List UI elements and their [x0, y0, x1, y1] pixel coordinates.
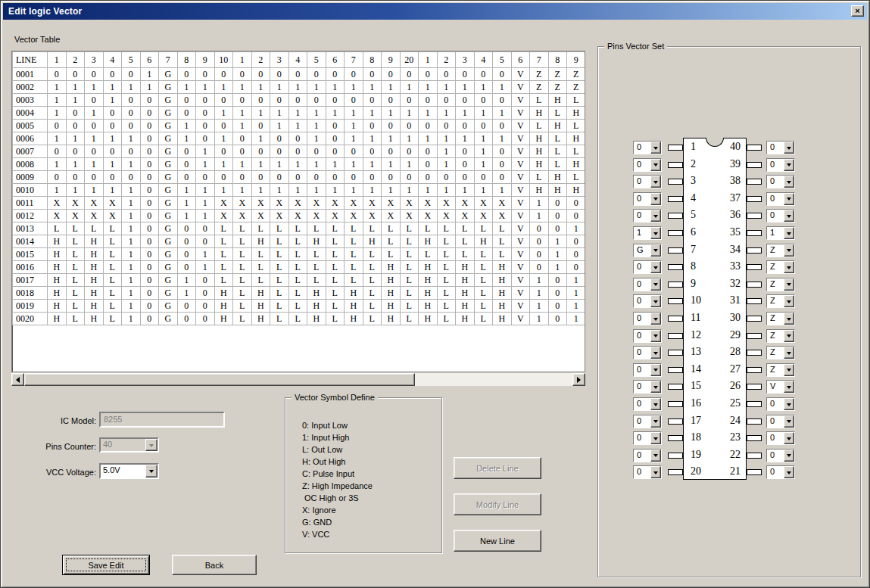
vector-cell[interactable]: 0: [567, 235, 586, 248]
vector-cell[interactable]: H: [214, 287, 233, 300]
vector-cell[interactable]: H: [251, 287, 270, 300]
vector-cell[interactable]: H: [85, 287, 104, 300]
pin-23-vector-select[interactable]: 0: [766, 431, 795, 445]
vector-cell[interactable]: 0: [140, 132, 159, 145]
vector-cell[interactable]: L: [363, 313, 382, 325]
vector-cell[interactable]: L: [474, 287, 493, 300]
vector-cell[interactable]: 1: [196, 158, 215, 171]
vector-cell[interactable]: L: [437, 300, 456, 313]
vector-cell[interactable]: 0: [567, 248, 586, 261]
vector-cell[interactable]: 1: [103, 132, 122, 145]
vector-cell[interactable]: Z: [548, 81, 567, 94]
vector-cell[interactable]: 1: [196, 261, 215, 274]
vector-cell[interactable]: 1: [270, 184, 289, 197]
vector-cell[interactable]: 0: [288, 94, 307, 107]
vector-cell[interactable]: X: [474, 197, 493, 210]
vector-cell[interactable]: 0: [326, 68, 345, 81]
vector-cell[interactable]: 0: [48, 171, 67, 184]
pin-40-vector-select[interactable]: 0: [766, 141, 795, 154]
vector-table-row[interactable]: 0018HLHL10G10HLHLLHLHLHLHLHLHV101: [13, 287, 586, 300]
vector-cell[interactable]: 1: [345, 158, 363, 171]
vector-table-row[interactable]: 0004101000G001111111111111111VHLH: [13, 107, 586, 120]
vector-cell[interactable]: L: [363, 287, 382, 300]
vector-cell[interactable]: V: [511, 94, 530, 107]
vector-cell[interactable]: 1: [85, 81, 104, 94]
vector-cell[interactable]: X: [307, 197, 326, 210]
vector-cell[interactable]: 0: [196, 94, 215, 107]
vector-cell[interactable]: 0: [66, 107, 85, 120]
vector-cell[interactable]: 1: [307, 107, 326, 120]
vector-cell[interactable]: H: [48, 300, 67, 313]
vector-cell[interactable]: 0: [177, 145, 196, 158]
vector-cell[interactable]: G: [159, 222, 178, 235]
vector-cell[interactable]: L: [530, 94, 549, 107]
vector-cell[interactable]: 0: [548, 222, 567, 235]
vector-cell[interactable]: X: [214, 210, 233, 222]
vector-cell[interactable]: L: [103, 313, 122, 325]
vector-cell[interactable]: 1: [548, 261, 567, 274]
vector-cell[interactable]: 0: [382, 68, 401, 81]
vector-cell[interactable]: X: [251, 197, 270, 210]
chevron-down-icon[interactable]: [650, 295, 661, 307]
vector-table-row[interactable]: 0011XXXX10G11XXXXXXXXXXXXXXXXV100: [13, 197, 586, 210]
vector-cell[interactable]: L: [437, 235, 456, 248]
vector-cell[interactable]: 0: [474, 94, 493, 107]
vector-cell[interactable]: 0: [288, 171, 307, 184]
vector-cell[interactable]: 1: [233, 107, 252, 120]
vector-cell[interactable]: 0: [456, 158, 475, 171]
pin-39-vector-select[interactable]: 0: [766, 158, 795, 172]
vector-cell[interactable]: L: [103, 287, 122, 300]
chevron-down-icon[interactable]: [650, 432, 661, 444]
vector-cell[interactable]: V: [511, 313, 530, 325]
vector-cell[interactable]: 0: [196, 171, 215, 184]
vector-cell[interactable]: H: [419, 287, 438, 300]
vector-cell[interactable]: X: [400, 210, 419, 222]
vector-cell[interactable]: H: [493, 261, 512, 274]
vector-cell[interactable]: G: [159, 287, 178, 300]
vector-cell[interactable]: 1: [270, 120, 289, 132]
vector-cell[interactable]: L: [493, 222, 512, 235]
vector-cell[interactable]: 0: [85, 68, 104, 81]
vector-cell[interactable]: 0: [140, 222, 159, 235]
vector-cell[interactable]: 0: [140, 274, 159, 287]
chevron-down-icon[interactable]: [650, 244, 661, 257]
vector-cell[interactable]: G: [159, 235, 178, 248]
vector-cell[interactable]: L: [85, 222, 104, 235]
vector-cell[interactable]: 1: [400, 81, 419, 94]
vector-cell[interactable]: L: [233, 274, 252, 287]
vector-cell[interactable]: L: [270, 300, 289, 313]
vector-cell[interactable]: 0: [363, 120, 382, 132]
vector-cell[interactable]: L: [400, 300, 419, 313]
vector-cell[interactable]: L: [548, 158, 567, 171]
vector-cell[interactable]: 1: [48, 132, 67, 145]
vector-cell[interactable]: 1: [214, 81, 233, 94]
pin-8-vector-select[interactable]: 0: [633, 260, 662, 274]
chevron-down-icon[interactable]: [145, 465, 157, 478]
vector-cell[interactable]: X: [307, 210, 326, 222]
vector-cell[interactable]: 1: [85, 132, 104, 145]
vector-cell[interactable]: 1: [456, 81, 475, 94]
vector-cell[interactable]: 1: [345, 184, 363, 197]
vector-cell[interactable]: H: [456, 313, 475, 325]
vector-cell[interactable]: 0: [493, 145, 512, 158]
vector-cell[interactable]: 1: [122, 81, 141, 94]
vector-cell[interactable]: 1: [122, 184, 141, 197]
vector-cell[interactable]: H: [567, 184, 586, 197]
chevron-down-icon[interactable]: [784, 227, 794, 239]
vector-cell[interactable]: L: [326, 261, 345, 274]
vector-cell[interactable]: 1: [196, 184, 215, 197]
vector-cell[interactable]: H: [419, 313, 438, 325]
vector-cell[interactable]: 0: [140, 145, 159, 158]
vector-cell[interactable]: H: [48, 313, 67, 325]
vector-cell[interactable]: 0: [233, 132, 252, 145]
vector-cell[interactable]: L: [456, 222, 475, 235]
vector-cell[interactable]: L: [103, 235, 122, 248]
vector-cell[interactable]: 1: [270, 81, 289, 94]
vector-cell[interactable]: 1: [270, 158, 289, 171]
vector-cell[interactable]: 1: [419, 184, 438, 197]
vector-cell[interactable]: L: [400, 222, 419, 235]
vector-cell[interactable]: L: [474, 300, 493, 313]
vector-cell[interactable]: 0: [307, 171, 326, 184]
vector-cell[interactable]: G: [159, 274, 178, 287]
vector-cell[interactable]: L: [288, 261, 307, 274]
